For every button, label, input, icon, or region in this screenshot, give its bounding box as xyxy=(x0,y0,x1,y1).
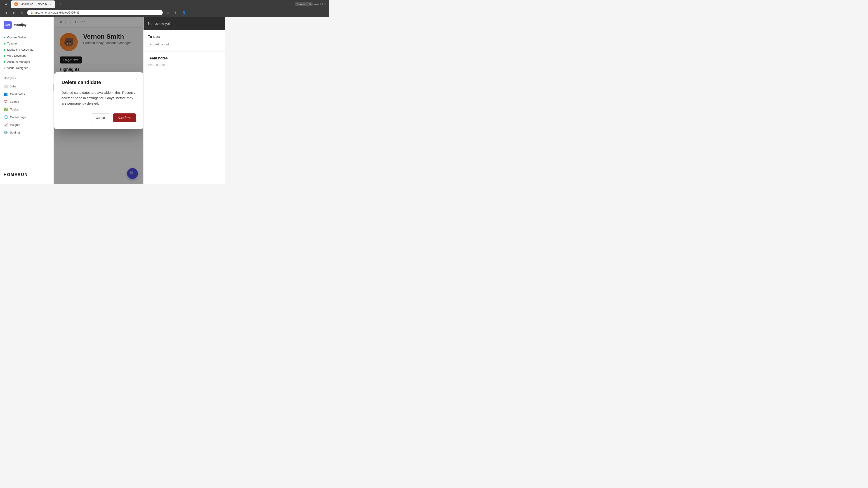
address-bar[interactable]: 🔒 app.homerun.co/candidates/5425485 xyxy=(27,10,163,15)
nav-label: Career page xyxy=(10,116,26,119)
tab-title: Candidates - Homerun xyxy=(20,2,47,6)
org-header[interactable]: MM Moodjoy ▾ xyxy=(0,21,54,33)
plus-icon: + xyxy=(148,41,153,47)
url-text: app.homerun.co/candidates/5425485 xyxy=(35,11,79,14)
briefcase-icon: ⬜ xyxy=(4,84,8,88)
todos-title: To-dos xyxy=(148,35,220,39)
status-dot-green xyxy=(4,61,5,63)
job-item-visual-designer[interactable]: Visual Designer xyxy=(0,65,54,71)
write-note-input[interactable]: Write a note xyxy=(148,63,220,67)
job-item-web-developer[interactable]: Web Developer xyxy=(0,53,54,59)
sidebar-item-insights[interactable]: 📈 Insights xyxy=(0,121,54,129)
sidebar-item-events[interactable]: 📅 Events xyxy=(0,98,54,105)
homerun-logo: HOMERUN xyxy=(0,169,54,181)
status-dot-gray xyxy=(4,67,5,69)
modal-body: Deleted candidates are available in the … xyxy=(61,90,136,106)
window-minimize-btn[interactable]: — xyxy=(314,2,318,6)
job-label: Marketing Associate xyxy=(7,48,33,51)
job-item-marketing-associate[interactable]: Marketing Associate xyxy=(0,46,54,53)
right-panel: No review yet To-dos + Add a to-do Team … xyxy=(143,17,225,184)
job-label: Web Developer xyxy=(7,54,27,57)
sidebar-scrollbar[interactable] xyxy=(53,17,54,184)
status-dot-green xyxy=(4,37,5,38)
homerun-logo-text: HOMERUN xyxy=(4,172,51,177)
nav-label: Events xyxy=(10,100,19,103)
bookmark-btn[interactable]: ☆ xyxy=(164,9,171,16)
chevron-down-icon: ▾ xyxy=(15,77,16,79)
address-bar-row: ◀ ▶ ↻ 🔒 app.homerun.co/candidates/542548… xyxy=(0,8,329,17)
nav-label: Candidates xyxy=(10,92,25,96)
active-tab[interactable]: H Candidates - Homerun × xyxy=(11,0,55,8)
tab-back-btn[interactable]: ◀ xyxy=(3,1,9,7)
team-notes-title: Team notes xyxy=(148,56,220,60)
job-label: Teacher xyxy=(7,42,18,45)
chart-icon: 📈 xyxy=(4,123,8,127)
nav-label: Insights xyxy=(10,123,20,127)
org-chevron-icon: ▾ xyxy=(49,24,51,26)
sidebar-item-jobs[interactable]: ⬜ Jobs xyxy=(0,83,54,90)
browser-forward-btn[interactable]: ▶ xyxy=(11,9,17,16)
tab-favicon: H xyxy=(14,2,18,6)
add-todo-btn[interactable]: + Add a to-do xyxy=(148,41,220,47)
window-maximize-btn[interactable]: □ xyxy=(320,2,322,6)
no-review-label: No review yet xyxy=(148,22,170,26)
window-close-btn[interactable]: × xyxy=(324,2,327,6)
nav-label: To-dos xyxy=(10,108,19,111)
status-dot-green xyxy=(4,49,5,51)
sidebar: MM Moodjoy ▾ Content Writer Teacher Mark… xyxy=(0,17,54,184)
sidebar-item-candidates[interactable]: 👥 Candidates xyxy=(0,90,54,98)
sidebar-item-career-page[interactable]: 🌐 Career page xyxy=(0,113,54,121)
todos-section: To-dos + Add a to-do xyxy=(144,30,225,52)
modal-close-btn[interactable]: × xyxy=(133,76,140,82)
new-tab-btn[interactable]: + xyxy=(57,1,64,7)
people-icon: 👥 xyxy=(4,92,8,96)
sidebar-scrollbar-thumb xyxy=(53,84,54,91)
sidebar-item-todos[interactable]: ✅ To-dos xyxy=(0,105,54,113)
add-todo-label: Add a to-do xyxy=(155,43,170,46)
checklist-icon: ✅ xyxy=(4,107,8,111)
confirm-button[interactable]: Confirm xyxy=(113,113,136,122)
globe-icon: 🌐 xyxy=(4,115,8,119)
modal-title: Delete candidate xyxy=(61,79,136,86)
incognito-badge: Incognito (2) xyxy=(295,2,313,6)
job-item-account-manager[interactable]: Account Manager xyxy=(0,59,54,65)
browser-back-btn[interactable]: ◀ xyxy=(3,9,9,16)
delete-candidate-modal: Delete candidate × Deleted candidates ar… xyxy=(54,72,143,129)
cancel-button[interactable]: Cancel xyxy=(91,113,110,122)
org-name: Moodjoy xyxy=(13,23,27,27)
download-btn[interactable]: ⬇ xyxy=(173,9,179,16)
sidebar-item-settings[interactable]: ⚙️ Settings xyxy=(0,129,54,136)
team-notes-section: Team notes Write a note xyxy=(144,52,225,71)
app-layout: MM Moodjoy ▾ Content Writer Teacher Mark… xyxy=(0,17,329,184)
nav-section: ⬜ Jobs 👥 Candidates 📅 Events ✅ To-dos 🌐 … xyxy=(0,80,54,138)
status-dot-green xyxy=(4,43,5,44)
nav-label: Settings xyxy=(10,131,21,134)
org-avatar: MM xyxy=(4,21,12,29)
tab-bar: ◀ H Candidates - Homerun × + Incognito (… xyxy=(0,0,329,8)
content-wrapper: × ↑ ↓ 11 of 15 🐻 Vernon Smith Sourced to… xyxy=(54,17,225,184)
gear-icon: ⚙️ xyxy=(4,130,8,134)
job-label: Content Writer xyxy=(7,36,26,39)
job-item-teacher[interactable]: Teacher xyxy=(0,40,54,46)
job-label: Account Manager xyxy=(7,60,30,64)
modal-overlay[interactable]: Delete candidate × Deleted candidates ar… xyxy=(54,17,143,184)
status-dot-green xyxy=(4,55,5,57)
modal-actions: Cancel Confirm xyxy=(61,113,136,122)
nav-label: Jobs xyxy=(10,85,16,88)
main-content: × ↑ ↓ 11 of 15 🐻 Vernon Smith Sourced to… xyxy=(54,17,143,184)
review-section: No review yet xyxy=(144,17,225,30)
menu-btn[interactable]: ⋮ xyxy=(189,9,195,16)
tab-close-btn[interactable]: × xyxy=(49,2,52,6)
profile-btn[interactable]: 👤 xyxy=(181,9,187,16)
job-list: Content Writer Teacher Marketing Associa… xyxy=(0,33,54,73)
browser-refresh-btn[interactable]: ↻ xyxy=(19,9,25,16)
org-divider: Moodjoy ▾ xyxy=(0,75,54,80)
job-item-content-writer[interactable]: Content Writer xyxy=(0,34,54,40)
job-label: Visual Designer xyxy=(7,66,28,70)
calendar-icon: 📅 xyxy=(4,100,8,104)
